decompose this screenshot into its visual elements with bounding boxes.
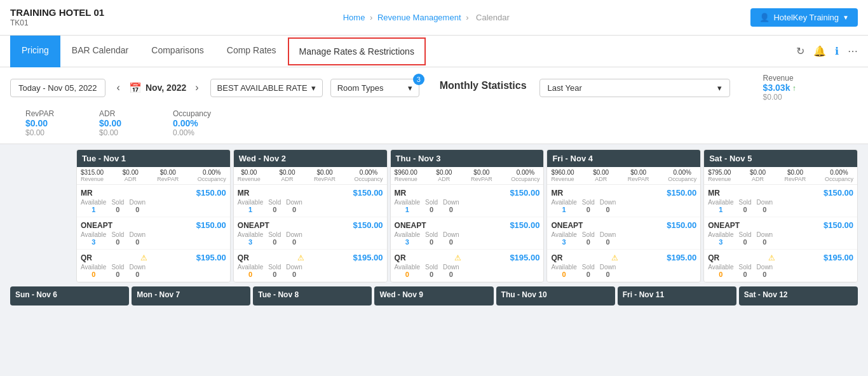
day-stat-3-0: $960.00 Revenue (551, 169, 574, 182)
user-label: HotelKey Training (773, 13, 839, 22)
room-row-4-1[interactable]: ONEAPT $150.00 Available 3 Sold 0 Down 0 (704, 217, 857, 250)
day-name-1: Wed - (239, 154, 264, 163)
caret-down-icon-2: ▾ (408, 83, 412, 93)
prev-month-button[interactable]: ‹ (113, 81, 124, 95)
tab-comp-rates[interactable]: Comp Rates (215, 36, 288, 67)
room-row-0-1[interactable]: ONEAPT $150.00 Available 3 Sold 0 Down 0 (77, 217, 230, 250)
user-icon: 👤 (759, 13, 770, 22)
room-row-1-1[interactable]: ONEAPT $150.00 Available 3 Sold 0 Down 0 (234, 217, 387, 250)
day-stat-4-1: $0.00 ADR (750, 169, 766, 182)
info-icon[interactable]: ℹ (835, 45, 839, 57)
month-nav: ‹ 📅 Nov, 2022 › (113, 81, 203, 95)
room-row-3-0[interactable]: MR $150.00 Available 1 Sold 0 Down 0 (547, 185, 700, 217)
day-stat-3-1: $0.00 ADR (593, 169, 609, 182)
room-row-4-0[interactable]: MR $150.00 Available 1 Sold 0 Down 0 (704, 185, 857, 217)
warn-icon-0-2: ⚠ (140, 253, 147, 262)
calendar-icon: 📅 (129, 82, 142, 94)
tab-comparisons[interactable]: Comparisons (140, 36, 215, 67)
bottom-day-5[interactable]: Fri - Nov 11 (618, 286, 736, 306)
day-card-1[interactable]: Wed - Nov 2 $0.00 Revenue $0.00 ADR $0.0… (233, 149, 388, 283)
day-stat-1-0: $0.00 Revenue (238, 169, 261, 182)
day-stats-0: $315.00 Revenue $0.00 ADR $0.00 RevPAR 0… (77, 167, 230, 185)
today-date-box[interactable]: Today - Nov 05, 2022 (10, 79, 105, 97)
breadcrumb-home[interactable]: Home (343, 13, 365, 22)
day-header-4: Sat - Nov 5 (704, 150, 857, 167)
bottom-day-2[interactable]: Tue - Nov 8 (253, 286, 372, 306)
day-stats-1: $0.00 Revenue $0.00 ADR $0.00 RevPAR 0.0… (234, 167, 387, 185)
warn-icon-4-2: ⚠ (768, 253, 775, 262)
day-card-0[interactable]: Tue - Nov 1 $315.00 Revenue $0.00 ADR $0… (76, 149, 231, 283)
day-header-0: Tue - Nov 1 (77, 150, 230, 167)
room-types-dropdown[interactable]: Room Types ▾ (330, 79, 419, 97)
day-stat-0-1: $0.00 ADR (123, 169, 139, 182)
bottom-day-1[interactable]: Mon - Nov 7 (132, 286, 250, 306)
badge: 3 (413, 74, 424, 85)
day-card-2[interactable]: Thu - Nov 3 $960.00 Revenue $0.00 ADR $0… (390, 149, 545, 283)
tabs-right-icons: ↻ 🔔 ℹ ⋯ (796, 45, 858, 57)
room-row-2-1[interactable]: ONEAPT $150.00 Available 3 Sold 0 Down 0 (391, 217, 544, 250)
tabs-bar: Pricing BAR Calendar Comparisons Comp Ra… (0, 36, 868, 67)
more-icon[interactable]: ⋯ (848, 45, 858, 57)
room-row-1-0[interactable]: MR $150.00 Available 1 Sold 0 Down 0 (234, 185, 387, 217)
warn-icon-2-2: ⚠ (454, 253, 461, 262)
controls-row: Today - Nov 05, 2022 ‹ 📅 Nov, 2022 › BES… (0, 67, 868, 144)
room-row-2-0[interactable]: MR $150.00 Available 1 Sold 0 Down 0 (391, 185, 544, 217)
day-header-3: Fri - Nov 4 (547, 150, 700, 167)
day-name-2: Thu - (396, 154, 418, 163)
room-row-2-2[interactable]: QR ⚠ $195.00 Available 0 Sold 0 Down 0 (391, 250, 544, 282)
tab-bar-calendar[interactable]: BAR Calendar (60, 36, 140, 67)
stats-title: Monthly Statistics (440, 79, 527, 91)
day-stats-3: $960.00 Revenue $0.00 ADR $0.00 RevPAR 0… (547, 167, 700, 185)
tab-manage-rates[interactable]: Manage Rates & Restrictions (288, 37, 426, 65)
room-row-3-2[interactable]: QR ⚠ $195.00 Available 0 Sold 0 Down 0 (547, 250, 700, 282)
day-stat-3-2: $0.00 RevPAR (628, 169, 649, 182)
day-stat-0-2: $0.00 RevPAR (157, 169, 179, 182)
day-name-4: Sat - (709, 154, 729, 163)
day-date-2: Nov 3 (418, 154, 440, 163)
room-row-0-2[interactable]: QR ⚠ $195.00 Available 0 Sold 0 Down 0 (77, 250, 230, 282)
day-date-0: Nov 1 (104, 154, 126, 163)
bottom-day-0[interactable]: Sun - Nov 6 (10, 286, 129, 306)
day-stat-4-2: $0.00 RevPAR (785, 169, 806, 182)
room-row-1-2[interactable]: QR ⚠ $195.00 Available 0 Sold 0 Down 0 (234, 250, 387, 282)
day-stat-1-1: $0.00 ADR (279, 169, 295, 182)
day-stat-3-3: 0.00% Occupancy (668, 169, 696, 182)
breadcrumb-revenue[interactable]: Revenue Management (377, 13, 461, 22)
hotel-code: TK01 (10, 18, 104, 29)
day-stat-2-1: $0.00 ADR (436, 169, 452, 182)
bell-icon[interactable]: 🔔 (813, 45, 826, 57)
bottom-row: Sun - Nov 6Mon - Nov 7Tue - Nov 8Wed - N… (10, 286, 858, 306)
room-row-4-2[interactable]: QR ⚠ $195.00 Available 0 Sold 0 Down 0 (704, 250, 857, 282)
caret-down-icon-3: ▾ (717, 83, 722, 93)
bar-dropdown[interactable]: BEST AVAILABLE RATE ▾ (210, 79, 323, 97)
day-stat-1-3: 0.00% Occupancy (355, 169, 383, 182)
day-card-4[interactable]: Sat - Nov 5 $795.00 Revenue $0.00 ADR $0… (703, 149, 858, 283)
stat-occupancy: Occupancy 0.00% 0.00% (173, 109, 224, 137)
bottom-day-3[interactable]: Wed - Nov 9 (374, 286, 493, 306)
bottom-day-6[interactable]: Sat - Nov 12 (739, 286, 858, 306)
day-card-3[interactable]: Fri - Nov 4 $960.00 Revenue $0.00 ADR $0… (546, 149, 701, 283)
tab-pricing[interactable]: Pricing (10, 36, 60, 67)
stat-adr: ADR $0.00 $0.00 (99, 109, 150, 137)
warn-icon-1-2: ⚠ (297, 253, 304, 262)
calendar-area: Tue - Nov 1 $315.00 Revenue $0.00 ADR $0… (0, 144, 868, 316)
month-display: 📅 Nov, 2022 (129, 82, 186, 94)
stat-revenue: Revenue $3.03k $0.00 (763, 74, 814, 102)
last-year-dropdown[interactable]: Last Year ▾ (539, 79, 730, 97)
user-button[interactable]: 👤 HotelKey Training ▼ (750, 8, 858, 27)
empty-cell-1 (10, 149, 74, 283)
day-name-3: Fri - (552, 154, 570, 163)
week-row-1: Tue - Nov 1 $315.00 Revenue $0.00 ADR $0… (10, 149, 858, 283)
warn-icon-3-2: ⚠ (611, 253, 618, 262)
day-stat-0-3: 0.00% Occupancy (198, 169, 226, 182)
refresh-icon[interactable]: ↻ (796, 45, 804, 57)
next-month-button[interactable]: › (191, 81, 202, 95)
day-stat-4-0: $795.00 Revenue (708, 169, 731, 182)
day-date-3: Nov 4 (571, 154, 593, 163)
day-stat-2-0: $960.00 Revenue (395, 169, 417, 182)
room-row-3-1[interactable]: ONEAPT $150.00 Available 3 Sold 0 Down 0 (547, 217, 700, 250)
bottom-day-4[interactable]: Thu - Nov 10 (496, 286, 615, 306)
breadcrumb-current: Calendar (476, 13, 510, 22)
room-row-0-0[interactable]: MR $150.00 Available 1 Sold 0 Down 0 (77, 185, 230, 217)
stats-section: Monthly Statistics Last Year ▾ (440, 79, 740, 97)
